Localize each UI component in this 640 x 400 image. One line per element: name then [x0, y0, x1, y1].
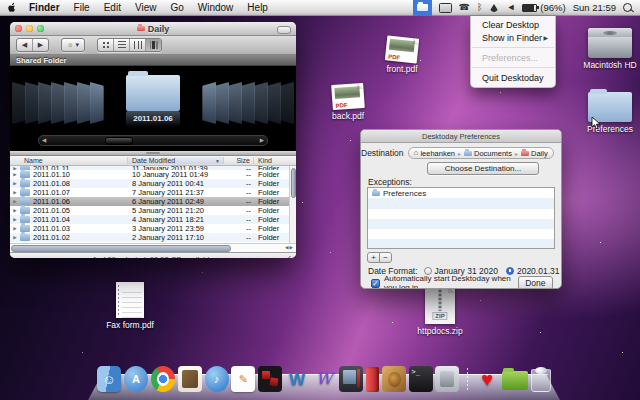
path-segment-leehanken[interactable]: ⌂leehanken [414, 149, 455, 158]
coverflow-scrollbar[interactable]: ◀ ▶ [38, 135, 268, 146]
coverflow-view-button[interactable] [146, 39, 161, 51]
coverflow-folder[interactable] [202, 82, 216, 124]
exception-item[interactable]: Preferences [368, 188, 554, 198]
minimize-button[interactable] [26, 25, 33, 32]
desktop-icon-back-pdf[interactable]: PDF back.pdf [320, 84, 376, 121]
vertical-scroll-thumb[interactable] [291, 168, 296, 198]
file-row-2011-01-04[interactable]: ▶2011.01.044 January 2011 18:21--Folder [10, 215, 296, 224]
dock-script-w[interactable]: W [312, 366, 336, 392]
vertical-scrollbar[interactable] [289, 166, 296, 243]
list-view-button[interactable] [114, 39, 130, 51]
dock-chrome[interactable] [151, 366, 175, 392]
coverflow-folder[interactable] [77, 82, 91, 124]
file-row-2011-01-10[interactable]: ▶2011.01.1010 January 2011 01:49--Folder [10, 170, 296, 179]
desktop-icon-httpdocs-zip[interactable]: ZIP httpdocs.zip [412, 286, 468, 336]
exceptions-list[interactable]: Preferences [367, 187, 555, 249]
choose-destination-button[interactable]: Choose Destination... [427, 162, 539, 175]
coverflow-scroll-right-icon[interactable]: ▶ [260, 137, 264, 144]
coverflow-folder[interactable] [90, 82, 104, 124]
divider-handle[interactable] [146, 152, 160, 155]
file-row-2011-01-06[interactable]: ▶2011.01.066 January 2011 02:49--Folder [10, 197, 296, 206]
coverflow-folder-icon[interactable] [126, 75, 180, 111]
resize-grip[interactable] [287, 256, 295, 258]
dock-trash[interactable] [531, 369, 551, 392]
dock-remote-desktop[interactable] [339, 366, 363, 392]
dock-itunes[interactable]: ♪ [205, 366, 229, 392]
menu-edit[interactable]: Edit [97, 2, 128, 13]
icon-view-button[interactable] [98, 39, 114, 51]
dock-red-book[interactable] [366, 367, 379, 392]
path-segment-daily[interactable]: Daily [521, 149, 548, 158]
menu-item-clear-desktop[interactable]: Clear Desktop [471, 18, 555, 31]
coverflow-folder[interactable] [254, 82, 268, 124]
coverflow-folder[interactable] [64, 82, 78, 124]
coverflow-folder[interactable] [38, 82, 52, 124]
bluetooth-menu-extra-icon[interactable]: ᛒ [477, 3, 482, 12]
disclosure-triangle-icon[interactable]: ▶ [10, 226, 20, 231]
column-header-kind[interactable]: Kind [254, 157, 296, 164]
pane-divider[interactable] [10, 151, 296, 156]
coverflow-scroll-thumb[interactable] [105, 137, 133, 145]
dock-word[interactable]: W [285, 366, 309, 392]
horizontal-scroll-thumb[interactable] [11, 245, 231, 252]
file-row-2011-01-07[interactable]: ▶2011.01.077 January 2011 21:37--Folder [10, 188, 296, 197]
volume-menu-extra-icon[interactable]: ◄ [506, 3, 515, 12]
disclosure-triangle-icon[interactable]: ▶ [10, 208, 20, 213]
coverflow-folder[interactable] [51, 82, 65, 124]
dock-grab-app[interactable] [435, 366, 459, 392]
autostart-checkbox[interactable]: ✓ [371, 279, 380, 288]
column-view-button[interactable] [130, 39, 146, 51]
coverflow-folder[interactable] [267, 82, 281, 124]
desktop-icon-front-pdf[interactable]: PDF front.pdf [374, 37, 430, 74]
done-button[interactable]: Done [518, 276, 553, 289]
file-row-2011-01-05[interactable]: ▶2011.01.055 January 2011 21:20--Folder [10, 206, 296, 215]
dock-lion-game[interactable] [382, 366, 406, 392]
menu-file[interactable]: File [67, 2, 97, 13]
dock-green-folder[interactable] [502, 371, 528, 390]
apple-menu-icon[interactable] [6, 2, 18, 14]
forward-button[interactable]: ▶ [33, 39, 48, 51]
coverflow-folder[interactable] [12, 82, 26, 124]
coverflow-scroll-left-icon[interactable]: ◀ [42, 137, 46, 144]
back-button[interactable]: ◀ [17, 39, 33, 51]
disclosure-triangle-icon[interactable]: ▶ [10, 235, 20, 240]
horizontal-scrollbar[interactable]: ◀▶ [10, 243, 296, 252]
column-header-size[interactable]: Size [224, 157, 254, 164]
column-header-date-modified[interactable]: Date Modified ▼ [128, 157, 224, 164]
desktop-icon-fax-form-pdf[interactable]: Fax form.pdf [102, 282, 158, 330]
menu-help[interactable]: Help [240, 2, 275, 13]
coverflow-folder[interactable] [215, 82, 229, 124]
coverflow-folder[interactable] [241, 82, 255, 124]
disclosure-triangle-icon[interactable]: ▶ [10, 217, 20, 222]
menu-go[interactable]: Go [163, 2, 190, 13]
disclosure-triangle-icon[interactable]: ▶ [10, 172, 20, 177]
disclosure-triangle-icon[interactable]: ▶ [10, 181, 20, 186]
dialog-titlebar[interactable]: Desktoday Preferences [361, 130, 561, 143]
coverflow-folder[interactable] [25, 82, 39, 124]
action-menu-button[interactable]: ☼ ▾ [61, 38, 85, 52]
dock-app-store[interactable]: A [124, 366, 148, 392]
menu-finder[interactable]: Finder [22, 2, 67, 13]
dock-heart[interactable]: ♥ [475, 366, 499, 392]
dock-iphoto[interactable] [178, 366, 202, 392]
disclosure-triangle-icon[interactable]: ▶ [10, 190, 20, 195]
path-segment-documents[interactable]: Documents [464, 149, 512, 158]
window-titlebar[interactable]: Daily [10, 22, 296, 36]
coverflow-selected-item[interactable]: 2011.01.06 [126, 75, 180, 123]
zoom-button[interactable] [37, 25, 44, 32]
menubar-clock[interactable]: Sun 21:59 [573, 2, 616, 13]
dock-dice-game[interactable] [258, 366, 282, 392]
menu-view[interactable]: View [128, 2, 164, 13]
file-row-2011-01-08[interactable]: ▶2011.01.088 January 2011 00:41--Folder [10, 179, 296, 188]
modem-menu-extra-icon[interactable]: ☎ [459, 3, 470, 12]
coverflow-folder[interactable] [280, 82, 294, 124]
dock-terminal[interactable]: >_ [409, 366, 433, 392]
desktop-icon-macintosh-hd[interactable]: Macintosh HD [582, 28, 638, 70]
close-button[interactable] [15, 25, 22, 32]
file-row-2011-01-03[interactable]: ▶2011.01.033 January 2011 23:59--Folder [10, 224, 296, 233]
dock-finder[interactable]: ☺ [97, 366, 121, 392]
display-menu-extra-icon[interactable] [439, 3, 452, 13]
desktoday-menu-extra[interactable] [413, 0, 432, 16]
toolbar-toggle-button[interactable] [277, 26, 291, 34]
file-row-2011-01-02[interactable]: ▶2011.01.022 January 2011 17:10--Folder [10, 233, 296, 242]
